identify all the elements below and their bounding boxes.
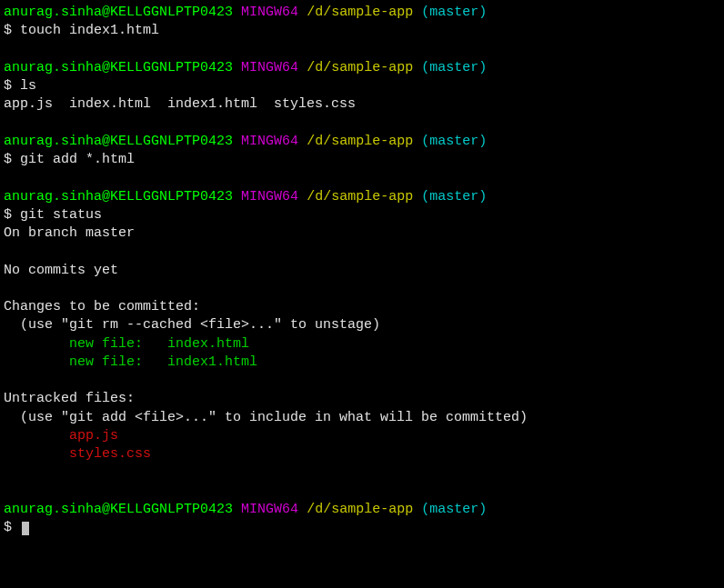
prompt-branch: (master) [421, 189, 487, 204]
output-text: Untracked files: [4, 391, 135, 406]
prompt-user: anurag.sinha [4, 5, 102, 20]
prompt-dollar: $ [4, 207, 12, 223]
prompt-user: anurag.sinha [4, 134, 102, 149]
output-line: styles.css [4, 445, 720, 463]
output-line: new file: index.html [4, 335, 720, 354]
prompt-env: MINGW64 [241, 502, 298, 517]
prompt-host: KELLGGNLPTP0423 [110, 502, 233, 517]
prompt-host: KELLGGNLPTP0423 [110, 60, 233, 75]
output-text: On branch master [4, 225, 135, 241]
terminal-output[interactable]: anurag.sinha@KELLGGNLPTP0423 MINGW64 /d/… [4, 4, 720, 537]
prompt-host: KELLGGNLPTP0423 [110, 5, 233, 20]
prompt-path: /d/sample-app [307, 502, 413, 517]
command-text: git add *.html [20, 152, 135, 167]
command-text: git status [20, 207, 102, 223]
prompt-branch: (master) [421, 134, 487, 149]
prompt-line: anurag.sinha@KELLGGNLPTP0423 MINGW64 /d/… [4, 59, 720, 77]
output-line: Changes to be committed: [4, 298, 720, 316]
output-line: No commits yet [4, 262, 720, 280]
prompt-env: MINGW64 [241, 5, 298, 20]
prompt-path: /d/sample-app [307, 134, 413, 149]
prompt-at: @ [102, 502, 110, 517]
command-line: $ touch index1.html [4, 22, 720, 40]
blank-line [4, 169, 720, 187]
command-text: touch index1.html [20, 23, 159, 38]
prompt-at: @ [102, 134, 110, 149]
prompt-line: anurag.sinha@KELLGGNLPTP0423 MINGW64 /d/… [4, 501, 720, 519]
blank-line [4, 280, 720, 298]
blank-line [4, 41, 720, 59]
prompt-host: KELLGGNLPTP0423 [110, 189, 233, 204]
prompt-host: KELLGGNLPTP0423 [110, 134, 233, 149]
output-text: (use "git add <file>..." to include in w… [4, 410, 528, 425]
blank-line [4, 463, 720, 482]
prompt-at: @ [102, 5, 110, 20]
prompt-dollar: $ [4, 23, 12, 38]
output-line: (use "git add <file>..." to include in w… [4, 409, 720, 427]
prompt-user: anurag.sinha [4, 189, 102, 204]
prompt-line: anurag.sinha@KELLGGNLPTP0423 MINGW64 /d/… [4, 188, 720, 206]
prompt-path: /d/sample-app [307, 189, 413, 204]
output-text: No commits yet [4, 263, 118, 278]
prompt-env: MINGW64 [241, 60, 298, 75]
untracked-file: styles.css [4, 446, 151, 462]
command-line[interactable]: $ [4, 519, 720, 537]
prompt-dollar: $ [4, 520, 12, 535]
output-text: (use "git rm --cached <file>..." to unst… [4, 317, 380, 333]
command-text: ls [20, 78, 36, 94]
prompt-line: anurag.sinha@KELLGGNLPTP0423 MINGW64 /d/… [4, 4, 720, 22]
output-text: app.js index.html index1.html styles.css [4, 96, 356, 112]
prompt-branch: (master) [421, 502, 487, 517]
blank-line [4, 243, 720, 261]
command-line: $ ls [4, 77, 720, 95]
prompt-user: anurag.sinha [4, 502, 102, 517]
output-line: Untracked files: [4, 390, 720, 408]
prompt-env: MINGW64 [241, 134, 298, 149]
prompt-line: anurag.sinha@KELLGGNLPTP0423 MINGW64 /d/… [4, 133, 720, 151]
prompt-branch: (master) [421, 5, 487, 20]
blank-line [4, 372, 720, 390]
prompt-user: anurag.sinha [4, 60, 102, 75]
output-text: Changes to be committed: [4, 299, 200, 314]
output-line: app.js [4, 427, 720, 445]
prompt-at: @ [102, 60, 110, 75]
output-line: (use "git rm --cached <file>..." to unst… [4, 316, 720, 334]
prompt-at: @ [102, 189, 110, 204]
command-line: $ git add *.html [4, 151, 720, 169]
prompt-dollar: $ [4, 78, 12, 94]
blank-line [4, 483, 720, 501]
staged-file: new file: index1.html [4, 354, 257, 370]
blank-line [4, 115, 720, 133]
cursor [22, 522, 29, 535]
output-line: On branch master [4, 224, 720, 243]
prompt-path: /d/sample-app [307, 60, 413, 75]
prompt-dollar: $ [4, 152, 12, 167]
staged-file: new file: index.html [4, 336, 249, 352]
prompt-env: MINGW64 [241, 189, 298, 204]
output-line: app.js index.html index1.html styles.css [4, 95, 720, 114]
prompt-path: /d/sample-app [307, 5, 413, 20]
prompt-branch: (master) [421, 60, 487, 75]
output-line: new file: index1.html [4, 354, 720, 372]
untracked-file: app.js [4, 428, 118, 443]
command-line: $ git status [4, 206, 720, 224]
